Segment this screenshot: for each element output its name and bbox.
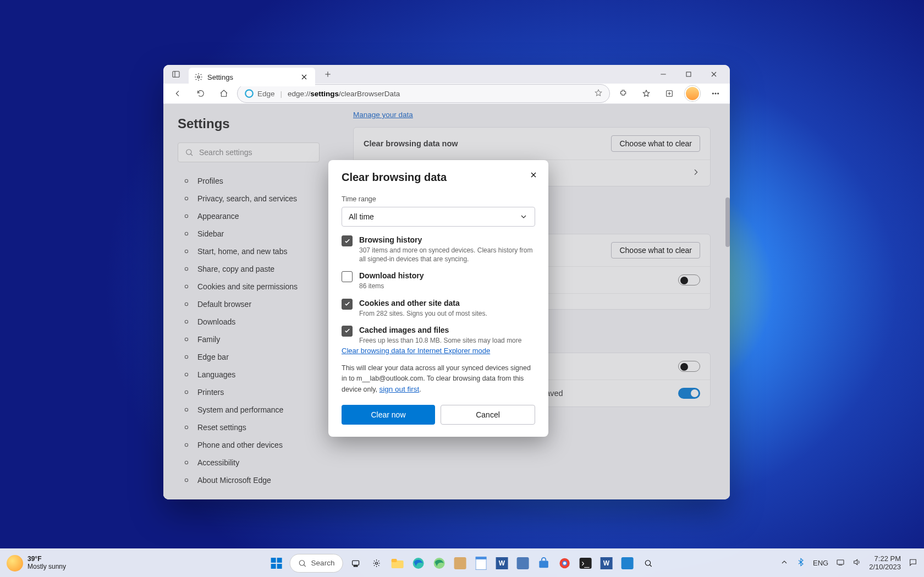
windows-taskbar: 39°F Mostly sunny Search W ›_ W ENG	[0, 548, 924, 577]
tray-chevron-icon[interactable]	[780, 558, 789, 568]
profile-avatar[interactable]	[683, 84, 702, 103]
svg-rect-0	[173, 72, 179, 78]
new-tab-button[interactable]	[318, 65, 337, 84]
svg-rect-36	[391, 559, 397, 562]
taskbar-app-store[interactable]	[535, 555, 552, 571]
dialog-title: Clear browsing data	[342, 171, 535, 184]
taskbar-app-terminal[interactable]: ›_	[577, 555, 593, 571]
notifications-icon[interactable]	[909, 558, 917, 568]
url-text: edge://settings/clearBrowserData	[288, 90, 400, 98]
checkbox-3[interactable]	[342, 326, 353, 337]
browser-toolbar: Edge | edge://settings/clearBrowserData	[163, 84, 730, 104]
time-range-label: Time range	[342, 195, 376, 203]
clear-browsing-data-dialog: Clear browsing data Time range All time …	[328, 160, 548, 437]
svg-point-43	[645, 560, 650, 565]
favorite-star-icon[interactable]	[594, 89, 603, 99]
clear-now-button[interactable]: Clear now	[342, 405, 435, 425]
checkbox-2[interactable]	[342, 299, 353, 310]
collections-button[interactable]	[659, 84, 679, 103]
edge-browser-window: Settings Edge | edge://settings/clearBro…	[163, 65, 730, 499]
taskbar-app-2[interactable]	[514, 555, 531, 571]
extensions-button[interactable]	[613, 84, 633, 103]
taskbar-app-3[interactable]	[619, 555, 635, 571]
svg-rect-27	[271, 558, 276, 563]
taskbar-app-settings[interactable]	[368, 555, 384, 571]
minimize-button[interactable]	[651, 65, 676, 84]
network-icon[interactable]	[836, 558, 845, 568]
svg-point-34	[375, 562, 377, 564]
checkbox-0[interactable]	[342, 235, 353, 246]
svg-point-1	[197, 76, 200, 78]
language-indicator[interactable]: ENG	[813, 559, 828, 567]
tab-strip: Settings	[163, 65, 730, 84]
settings-content: Settings Search settings ProfilesPrivacy…	[163, 104, 730, 499]
cancel-button[interactable]: Cancel	[441, 405, 535, 425]
svg-rect-2	[686, 72, 691, 76]
taskbar-app-explorer[interactable]	[389, 555, 405, 571]
taskbar-app-word2[interactable]: W	[598, 555, 614, 571]
svg-point-42	[563, 562, 566, 565]
clear-option-2: Cookies and other site dataFrom 282 site…	[342, 299, 535, 318]
tab-close-button[interactable]	[299, 72, 310, 83]
tab-actions-button[interactable]	[167, 65, 185, 84]
taskbar-app-word[interactable]: W	[493, 555, 510, 571]
svg-rect-32	[352, 560, 359, 565]
system-tray: ENG 7:22 PM 2/10/2023	[780, 555, 917, 571]
svg-rect-28	[277, 558, 282, 563]
more-menu-button[interactable]	[706, 84, 725, 103]
svg-rect-33	[354, 565, 358, 566]
maximize-button[interactable]	[676, 65, 701, 84]
site-identity: Edge	[244, 89, 275, 98]
close-window-button[interactable]	[701, 65, 727, 84]
svg-point-5	[712, 93, 713, 94]
checkbox-1[interactable]	[342, 271, 353, 282]
taskbar-app-chrome[interactable]	[556, 555, 573, 571]
taskbar-app-notepad[interactable]	[472, 555, 489, 571]
taskbar-center: Search W ›_ W	[268, 554, 657, 573]
taskbar-search[interactable]: Search	[290, 554, 343, 573]
gear-icon	[194, 73, 203, 81]
start-button[interactable]	[268, 554, 285, 572]
dialog-note: This will clear your data across all you…	[342, 363, 535, 395]
favorites-button[interactable]	[636, 84, 656, 103]
svg-point-7	[718, 93, 719, 94]
taskbar-search-icon[interactable]	[640, 555, 656, 571]
volume-icon[interactable]	[853, 558, 861, 568]
taskbar-app-edge-beta[interactable]	[431, 555, 447, 571]
weather-widget[interactable]: 39°F Mostly sunny	[7, 555, 66, 571]
svg-point-6	[715, 93, 716, 94]
weather-icon	[7, 555, 23, 571]
bluetooth-icon[interactable]	[796, 558, 805, 568]
svg-rect-44	[837, 560, 844, 564]
task-view-button[interactable]	[347, 555, 364, 571]
search-icon	[298, 559, 307, 568]
svg-rect-39	[539, 560, 548, 568]
sign-out-first-link[interactable]: sign out first	[380, 385, 420, 393]
tab-settings[interactable]: Settings	[189, 68, 315, 86]
clear-options-list: Browsing history307 items and more on sy…	[342, 235, 535, 345]
refresh-button[interactable]	[191, 84, 211, 103]
dialog-close-button[interactable]	[526, 168, 541, 182]
taskbar-app-1[interactable]	[452, 555, 468, 571]
clear-ie-mode-link[interactable]: Clear browsing data for Internet Explore…	[342, 347, 490, 355]
taskbar-clock[interactable]: 7:22 PM 2/10/2023	[869, 555, 901, 571]
time-range-select[interactable]: All time	[342, 207, 535, 227]
svg-point-3	[245, 90, 253, 97]
clear-option-0: Browsing history307 items and more on sy…	[342, 235, 535, 263]
svg-rect-30	[277, 564, 282, 569]
chevron-down-icon	[519, 212, 528, 221]
svg-rect-29	[271, 564, 276, 569]
window-controls	[651, 65, 727, 84]
svg-point-31	[299, 560, 304, 565]
clear-option-1: Download history86 items	[342, 271, 535, 290]
home-button[interactable]	[214, 84, 234, 103]
clear-option-3: Cached images and filesFrees up less tha…	[342, 326, 535, 345]
taskbar-app-edge[interactable]	[410, 555, 426, 571]
tab-title: Settings	[207, 73, 233, 81]
address-bar[interactable]: Edge | edge://settings/clearBrowserData	[237, 84, 610, 103]
back-button[interactable]	[168, 84, 188, 103]
